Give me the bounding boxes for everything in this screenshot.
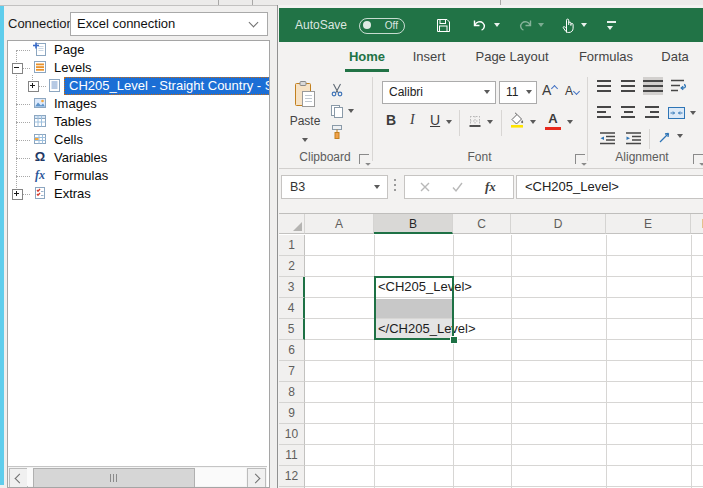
align-bottom-button[interactable] <box>643 77 663 95</box>
tab-page-layout[interactable]: Page Layout <box>469 42 555 72</box>
merge-center-dropdown-icon[interactable] <box>690 111 696 115</box>
fill-color-dropdown-icon[interactable] <box>530 120 536 124</box>
tab-insert[interactable]: Insert <box>405 42 453 72</box>
collapse-toggle-icon[interactable] <box>12 63 23 74</box>
tab-formulas[interactable]: Formulas <box>573 42 639 72</box>
align-middle-button[interactable] <box>621 80 635 92</box>
autosave-toggle[interactable]: Off <box>359 18 405 34</box>
fill-color-button[interactable] <box>508 111 526 133</box>
shrink-font-button[interactable]: A <box>565 84 579 98</box>
insert-function-button[interactable]: fx <box>485 179 496 195</box>
column-header-selected[interactable]: B <box>374 214 453 234</box>
enter-button[interactable] <box>451 179 464 197</box>
alignment-dialog-launcher-icon[interactable] <box>693 154 703 164</box>
row-header-selected[interactable]: 5 <box>279 319 305 340</box>
font-color-button[interactable]: A <box>545 111 561 130</box>
qat-customize-button[interactable] <box>607 8 616 42</box>
underline-button[interactable]: U <box>430 112 440 128</box>
tree-item-ch205-level[interactable]: CH205_Level - Straight Country - Sale <box>8 77 269 95</box>
tab-data[interactable]: Data <box>653 42 697 72</box>
clipboard-dialog-launcher-icon[interactable] <box>359 154 369 164</box>
undo-dropdown-icon[interactable] <box>494 23 500 27</box>
row-header[interactable]: 2 <box>279 256 305 277</box>
redo-dropdown-icon[interactable] <box>538 23 544 27</box>
format-painter-button[interactable] <box>329 124 345 144</box>
column-header[interactable]: C <box>453 214 511 234</box>
row-header[interactable]: 1 <box>279 235 305 256</box>
decrease-indent-button[interactable] <box>599 131 616 149</box>
name-box-dropdown-icon[interactable] <box>374 185 380 189</box>
font-name-dropdown[interactable]: Calibri <box>382 81 496 104</box>
tree-item-label: Formulas <box>54 168 108 184</box>
fill-handle[interactable] <box>450 336 458 344</box>
tree-item-page[interactable]: Page <box>8 41 269 59</box>
grow-font-button[interactable]: A <box>542 82 557 98</box>
tree-item-images[interactable]: Images <box>8 95 269 113</box>
save-button[interactable] <box>435 8 452 42</box>
font-dialog-launcher-icon[interactable] <box>575 154 585 164</box>
worksheet-grid[interactable]: A B C D E F 1 2 3 4 5 6 7 8 9 10 11 12 1… <box>279 213 703 488</box>
row-header[interactable]: 9 <box>279 403 305 424</box>
tree-horizontal-scrollbar[interactable] <box>8 466 267 487</box>
row-header[interactable]: 10 <box>279 424 305 445</box>
row-header[interactable]: 8 <box>279 382 305 403</box>
tree-item-extras[interactable]: Extras <box>8 185 269 203</box>
row-header[interactable]: 11 <box>279 445 305 466</box>
scrollbar-track[interactable] <box>27 468 246 486</box>
column-header[interactable]: A <box>305 214 374 234</box>
copy-dropdown-icon[interactable] <box>348 109 354 113</box>
column-header[interactable]: D <box>511 214 606 234</box>
align-top-button[interactable] <box>597 80 611 92</box>
orientation-button[interactable] <box>657 129 673 149</box>
tree-item-cells[interactable]: Cells <box>8 131 269 149</box>
tab-home[interactable]: Home <box>342 42 392 72</box>
scroll-left-button[interactable] <box>9 468 28 488</box>
touch-mouse-mode-button[interactable] <box>561 8 587 42</box>
undo-button[interactable] <box>471 8 500 42</box>
font-color-dropdown-icon[interactable] <box>567 120 573 124</box>
scroll-right-button[interactable] <box>247 468 266 488</box>
row-header[interactable]: 12 <box>279 466 305 487</box>
select-all-corner[interactable] <box>279 214 305 234</box>
wrap-text-button[interactable] <box>669 77 687 98</box>
merge-center-icon <box>667 106 686 120</box>
expand-toggle-icon[interactable] <box>12 189 23 200</box>
row-header[interactable]: 7 <box>279 361 305 382</box>
align-right-button[interactable] <box>645 106 659 118</box>
borders-dropdown-icon[interactable] <box>487 120 493 124</box>
column-header[interactable]: F <box>691 214 703 234</box>
column-header[interactable]: E <box>606 214 691 234</box>
italic-button[interactable]: I <box>410 112 415 128</box>
row-header-selected[interactable]: 4 <box>279 298 305 319</box>
borders-button[interactable] <box>467 113 483 133</box>
font-size-dropdown[interactable]: 11 <box>499 81 537 104</box>
increase-indent-button[interactable] <box>625 131 642 149</box>
underline-dropdown-icon[interactable] <box>446 120 452 124</box>
formula-input[interactable]: <CH205_Level> <box>516 175 703 199</box>
align-center-button[interactable] <box>621 106 635 118</box>
cancel-button[interactable] <box>419 179 431 197</box>
merge-center-button[interactable] <box>667 106 686 124</box>
connection-dropdown[interactable]: Excel connection <box>70 12 268 36</box>
redo-button[interactable] <box>515 8 544 42</box>
row-header[interactable]: 6 <box>279 340 305 361</box>
grid-body[interactable] <box>305 235 703 488</box>
touch-mode-dropdown-icon[interactable] <box>581 23 587 27</box>
orientation-dropdown-icon[interactable] <box>677 134 683 138</box>
copy-button[interactable] <box>329 103 345 123</box>
expand-toggle-icon[interactable] <box>28 81 39 92</box>
tree-item-formulas[interactable]: fx Formulas <box>8 167 269 185</box>
paste-dropdown-icon[interactable] <box>302 138 308 142</box>
scrollbar-thumb[interactable] <box>33 468 195 488</box>
align-left-button[interactable] <box>597 106 611 118</box>
paste-button[interactable]: Paste <box>285 77 325 147</box>
chevron-down-icon <box>484 90 490 94</box>
tree-item-variables[interactable]: Ω Variables <box>8 149 269 167</box>
tree-item-levels[interactable]: Levels <box>8 59 269 77</box>
row-header-selected[interactable]: 3 <box>279 277 305 298</box>
excel-title-bar: AutoSave Off <box>279 8 703 42</box>
cut-button[interactable] <box>329 82 345 102</box>
name-box[interactable]: B3 <box>281 175 388 199</box>
bold-button[interactable]: B <box>386 112 396 128</box>
tree-item-tables[interactable]: Tables <box>8 113 269 131</box>
